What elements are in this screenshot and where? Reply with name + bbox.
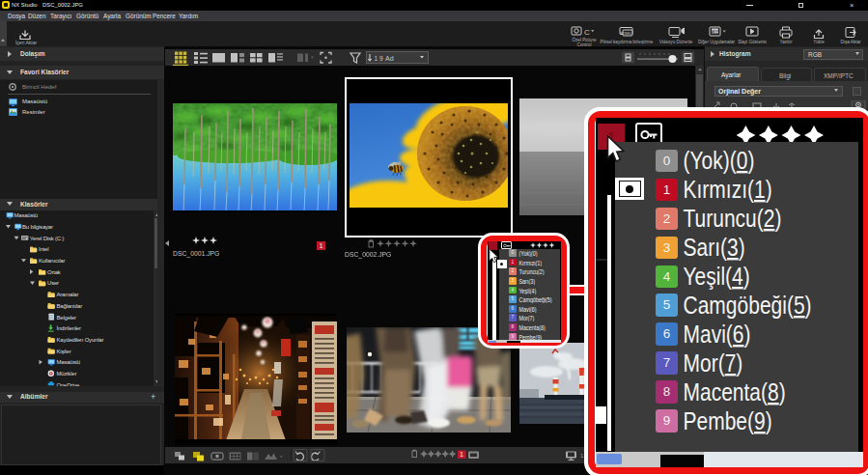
svg-text:Bu bilgisayar: Bu bilgisayar	[22, 224, 53, 230]
svg-text:Aramalar: Aramalar	[57, 292, 79, 297]
svg-text:Kaydedilen Oyunlar: Kaydedilen Oyunlar	[57, 337, 104, 343]
svg-text:1: 1	[460, 451, 463, 458]
svg-text:OneDrive: OneDrive	[57, 382, 81, 386]
svg-text:Kişiler: Kişiler	[57, 349, 71, 354]
svg-text:Müzikler: Müzikler	[57, 371, 77, 377]
svg-text:Piksel kaydırma birleştirme: Piksel kaydırma birleştirme	[601, 40, 654, 44]
svg-text:İndirilenler: İndirilenler	[57, 325, 81, 331]
svg-text:Intel: Intel	[39, 246, 48, 252]
svg-text:İçeri Aktar: İçeri Aktar	[15, 40, 38, 45]
svg-text:Videoyu Düzenle: Videoyu Düzenle	[659, 40, 693, 44]
svg-text:Kullanıcılar: Kullanıcılar	[39, 258, 65, 264]
svg-text:Masaüstü: Masaüstü	[14, 212, 38, 218]
svg-text:Diğer Uygulamalar: Diğer Uygulamalar	[698, 40, 736, 44]
svg-text:Ad: Ad	[385, 55, 394, 62]
svg-text:Dışa Aktar: Dışa Aktar	[840, 40, 861, 44]
svg-text:APP: APP	[712, 30, 719, 34]
svg-text:C: C	[584, 28, 590, 37]
svg-text:Belgeler: Belgeler	[57, 315, 77, 321]
svg-text:Yerel Disk (C:): Yerel Disk (C:)	[30, 236, 65, 241]
svg-text:User: User	[47, 280, 59, 286]
svg-text:Yükle: Yükle	[813, 40, 825, 44]
svg-text:Bağlantılar: Bağlantılar	[57, 303, 83, 309]
svg-text:Ortak: Ortak	[47, 269, 62, 275]
svg-text:1 9: 1 9	[375, 55, 383, 62]
svg-text:Yazdır: Yazdır	[780, 40, 793, 44]
svg-text:Slayt Gösterisi: Slayt Gösterisi	[738, 40, 767, 44]
svg-text:PIXEL: PIXEL	[620, 31, 632, 36]
svg-text:Masaüstü: Masaüstü	[57, 359, 80, 365]
